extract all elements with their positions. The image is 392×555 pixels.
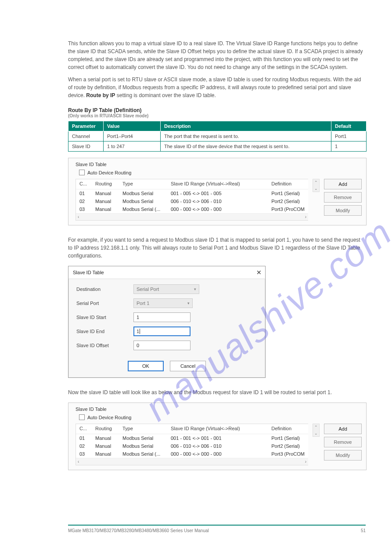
slave-id-table-dialog: Slave ID Table ✕ Destination Serial Port… bbox=[68, 266, 266, 378]
table-row[interactable]: 01 Manual Modbus Serial 001 - 001 <-> 00… bbox=[76, 434, 308, 443]
grid-cell: Modbus Serial (... bbox=[119, 205, 167, 213]
slave-id-end-input[interactable]: 1 bbox=[133, 326, 191, 336]
label-slave-id-start: Slave ID Start bbox=[76, 315, 133, 320]
grid-cell: 02 bbox=[76, 197, 92, 205]
after-dialog-paragraph: Now the slave ID table will look like as… bbox=[68, 388, 366, 396]
grid-cell: Manual bbox=[92, 205, 119, 213]
grid-cell: 001 - 005 <-> 001 - 005 bbox=[167, 189, 268, 198]
info-cell: Slave ID bbox=[68, 141, 104, 152]
horizontal-scrollbar[interactable]: ‹ › bbox=[76, 213, 308, 220]
intro-paragraph-2: When a serial port is set to RTU slave o… bbox=[68, 76, 366, 99]
info-cell: Port1 bbox=[331, 131, 367, 141]
grid-cell: Manual bbox=[92, 442, 119, 450]
grid-cell: Port1 (Serial) bbox=[268, 434, 308, 443]
grid-cell: Manual bbox=[92, 450, 119, 458]
modify-button[interactable]: Modify bbox=[324, 450, 362, 461]
routebyip-title-text: Route By IP Table (Definition) bbox=[68, 107, 142, 113]
info-row: Slave ID 1 to 247 The slave ID of the sl… bbox=[68, 141, 367, 152]
page-footer: MGate MB3170/MB3270/MB3280/MB3480/MB3660… bbox=[68, 525, 366, 533]
slave-id-table-panel-1: Slave ID Table Auto Device Routing C... … bbox=[68, 158, 367, 225]
serial-port-select[interactable]: Port 1 ▾ bbox=[133, 298, 193, 308]
slave-id-start-value: 1 bbox=[137, 315, 139, 320]
grid-cell: Modbus Serial bbox=[119, 442, 167, 450]
routebyip-table: Parameter Value Description Default Chan… bbox=[68, 121, 367, 152]
scroll-right-icon: › bbox=[305, 214, 306, 219]
slave-id-table-panel-2: Slave ID Table Auto Device Routing C... … bbox=[68, 403, 367, 470]
add-button[interactable]: Add bbox=[324, 424, 362, 434]
table-row[interactable]: 02 Manual Modbus Serial 006 - 010 <-> 00… bbox=[76, 197, 308, 205]
vertical-scrollbar[interactable]: ⌃ ⌄ bbox=[313, 179, 320, 192]
slave-id-offset-value: 0 bbox=[137, 343, 139, 348]
grid-cell: Manual bbox=[92, 434, 119, 443]
grid-th-type: Type bbox=[119, 179, 167, 189]
info-row: Channel Port1–Port4 The port that the re… bbox=[68, 131, 367, 141]
destination-select[interactable]: Serial Port ▾ bbox=[133, 284, 199, 294]
scroll-left-icon: ‹ bbox=[78, 459, 79, 464]
grid-th-definition: Definition bbox=[268, 424, 308, 434]
grid-cell: 000 - 000 <-> 000 - 000 bbox=[167, 450, 268, 458]
grid-cell: 01 bbox=[76, 434, 92, 443]
close-icon[interactable]: ✕ bbox=[256, 269, 262, 276]
table-row[interactable]: 01 Manual Modbus Serial 001 - 005 <-> 00… bbox=[76, 189, 308, 198]
horizontal-scrollbar[interactable]: ‹ › bbox=[76, 458, 308, 465]
label-slave-id-offset: Slave ID Offset bbox=[76, 343, 133, 348]
grid-cell: Modbus Serial bbox=[119, 197, 167, 205]
grid-th-range: Slave ID Range (Virtual<->Real) bbox=[167, 424, 268, 434]
footer-left: MGate MB3170/MB3270/MB3280/MB3480/MB3660… bbox=[68, 528, 209, 533]
grid-th-channel: C... bbox=[76, 424, 92, 434]
chevron-down-icon: ▾ bbox=[194, 287, 196, 291]
grid-cell: 03 bbox=[76, 450, 92, 458]
scroll-down-icon: ⌄ bbox=[314, 430, 318, 436]
grid-cell: Manual bbox=[92, 197, 119, 205]
panel2-grid[interactable]: C... Routing Type Slave ID Range (Virtua… bbox=[76, 424, 308, 465]
chevron-down-icon: ▾ bbox=[187, 301, 190, 305]
grid-cell: 001 - 001 <-> 001 - 001 bbox=[167, 434, 268, 443]
grid-cell: Modbus Serial bbox=[119, 189, 167, 198]
vertical-scrollbar[interactable]: ⌃ ⌄ bbox=[313, 424, 320, 437]
grid-cell: 01 bbox=[76, 189, 92, 198]
grid-cell: 006 - 010 <-> 006 - 010 bbox=[167, 197, 268, 205]
label-destination: Destination bbox=[76, 287, 133, 292]
label-serial-port: Serial Port bbox=[76, 301, 133, 306]
grid-th-routing: Routing bbox=[92, 424, 119, 434]
grid-cell: 02 bbox=[76, 442, 92, 450]
remove-button[interactable]: Remove bbox=[324, 192, 362, 203]
destination-value: Serial Port bbox=[137, 287, 159, 292]
grid-cell: Manual bbox=[92, 189, 119, 198]
scroll-up-icon: ⌃ bbox=[314, 179, 318, 185]
cancel-button[interactable]: Cancel bbox=[170, 361, 206, 371]
slave-id-offset-input[interactable]: 0 bbox=[133, 341, 191, 350]
checkbox-label: Auto Device Routing bbox=[87, 415, 131, 420]
grid-cell: Modbus Serial bbox=[119, 434, 167, 443]
auto-device-routing-checkbox[interactable]: Auto Device Routing bbox=[79, 414, 131, 420]
modify-button[interactable]: Modify bbox=[324, 205, 362, 216]
panel2-title: Slave ID Table bbox=[73, 406, 362, 412]
info-cell: The slave ID of the slave device that th… bbox=[161, 141, 331, 152]
auto-device-routing-checkbox[interactable]: Auto Device Routing bbox=[79, 170, 131, 175]
grid-cell: Port3 (ProCOM bbox=[268, 205, 308, 213]
intro-p2-suffix: setting is dominant over the slave ID ta… bbox=[117, 92, 216, 98]
grid-cell: 000 - 000 <-> 000 - 000 bbox=[167, 205, 268, 213]
info-cell: The port that the request is sent to. bbox=[161, 131, 331, 141]
remove-button[interactable]: Remove bbox=[324, 437, 362, 447]
table-row[interactable]: 02 Manual Modbus Serial 006 - 010 <-> 00… bbox=[76, 442, 308, 450]
scroll-left-icon: ‹ bbox=[78, 214, 79, 219]
slave-id-start-input[interactable]: 1 bbox=[133, 312, 191, 322]
table-row[interactable]: 03 Manual Modbus Serial (... 000 - 000 <… bbox=[76, 450, 308, 458]
panel1-grid[interactable]: C... Routing Type Slave ID Range (Virtua… bbox=[76, 179, 308, 221]
ok-button[interactable]: OK bbox=[128, 361, 164, 371]
panel1-title: Slave ID Table bbox=[73, 162, 362, 167]
table-row[interactable]: 03 Manual Modbus Serial (... 000 - 000 <… bbox=[76, 205, 308, 213]
routebyip-note: (Only works in RTU/ASCII Slave mode) bbox=[68, 113, 366, 118]
info-th-description: Description bbox=[161, 121, 331, 131]
text-caret-icon bbox=[140, 329, 140, 334]
checkbox-box-icon bbox=[79, 414, 85, 420]
footer-page-number: 51 bbox=[361, 528, 366, 533]
grid-th-channel: C... bbox=[76, 179, 92, 189]
intro-paragraph-1: This function allows you to map a virtua… bbox=[68, 40, 366, 71]
add-button[interactable]: Add bbox=[324, 179, 362, 189]
grid-cell: Port3 (ProCOM bbox=[268, 450, 308, 458]
info-th-value: Value bbox=[104, 121, 161, 131]
grid-th-routing: Routing bbox=[92, 179, 119, 189]
grid-th-range: Slave ID Range (Virtual<->Real) bbox=[167, 179, 268, 189]
